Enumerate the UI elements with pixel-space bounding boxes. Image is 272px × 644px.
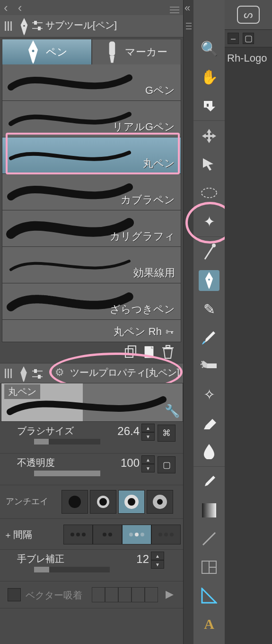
lock-icon: 🗝: [166, 327, 174, 337]
marker-icon: [105, 40, 119, 64]
text-icon[interactable]: A: [199, 614, 219, 635]
tab-marker[interactable]: マーカー: [92, 39, 182, 64]
opacity-value[interactable]: 100: [121, 456, 140, 470]
file-tab-label[interactable]: Rh-Logo: [227, 52, 267, 64]
vector-snap-options[interactable]: [92, 587, 158, 602]
tool-group-misc: A: [193, 467, 225, 644]
magnifier-icon[interactable]: 🔍: [199, 38, 219, 59]
rotate-icon[interactable]: [199, 95, 219, 116]
nib-icon: [19, 366, 28, 382]
opacity-stepper[interactable]: ▲▼: [141, 455, 155, 472]
back-icon[interactable]: ‹: [4, 0, 8, 15]
frame-icon[interactable]: [199, 557, 219, 578]
brush-size-slider[interactable]: [34, 439, 100, 444]
brush-stroke-preview: [6, 69, 134, 96]
brush-size-dynamics-button[interactable]: ⌘: [158, 425, 175, 442]
panel-toggle-icon[interactable]: [1, 366, 15, 381]
toolproperty-preview: 丸ペン 🔧: [1, 383, 183, 422]
brush-label: カリグラフィ: [110, 229, 175, 244]
balloon-icon[interactable]: [199, 642, 219, 644]
pen-nib-icon[interactable]: [199, 270, 219, 291]
spacing-option-1[interactable]: [93, 525, 122, 544]
spacing-option-0[interactable]: [63, 525, 93, 544]
brush-label: リアルGペン: [113, 120, 175, 134]
vector-snap-checkbox[interactable]: [8, 588, 21, 601]
brush-item-selected[interactable]: 丸ペン: [2, 137, 181, 174]
move-icon[interactable]: [199, 126, 219, 146]
wrench-icon[interactable]: 🔧: [165, 404, 180, 418]
slider-icon[interactable]: [31, 368, 44, 382]
new-subtool-icon[interactable]: [141, 344, 157, 359]
colorpick-icon[interactable]: [199, 472, 219, 492]
antialias-option-0[interactable]: [61, 490, 88, 514]
opacity-dynamics-button[interactable]: ▢: [158, 456, 175, 473]
brush-icon[interactable]: [199, 327, 219, 348]
collapse-bar[interactable]: «: [183, 0, 194, 644]
brush-item[interactable]: 効果線用: [2, 247, 181, 283]
delete-subtool-icon[interactable]: [160, 344, 175, 359]
brush-item[interactable]: リアルGペン: [2, 101, 181, 137]
panel-toggle-icon[interactable]: [1, 19, 15, 33]
collapse-icon[interactable]: «: [184, 2, 190, 14]
brush-item[interactable]: ざらつきペン: [2, 283, 181, 320]
svg-point-22: [201, 364, 202, 365]
svg-point-19: [208, 279, 210, 281]
brush-item[interactable]: カブラペン: [2, 174, 181, 210]
stabilize-stepper[interactable]: ▲▼: [151, 552, 164, 569]
brush-size-value[interactable]: 26.4: [117, 425, 140, 438]
svg-point-16: [202, 188, 217, 198]
svg-rect-20: [207, 363, 217, 368]
expand-arrow-icon[interactable]: ▶: [166, 588, 174, 600]
menu-icon[interactable]: [186, 19, 192, 29]
airbrush-icon[interactable]: [199, 355, 219, 376]
tab-label: マーカー: [125, 45, 167, 59]
gradient-icon[interactable]: [199, 500, 219, 521]
spacing-option-3[interactable]: [151, 525, 181, 544]
panel-menu-icon[interactable]: [170, 3, 181, 12]
brush-item[interactable]: Gペン: [2, 64, 181, 101]
decoration-icon[interactable]: ✧: [199, 384, 219, 405]
antialias-option-1[interactable]: [90, 490, 116, 514]
duplicate-subtool-icon[interactable]: [123, 344, 138, 359]
expand-icon[interactable]: ＋: [4, 529, 12, 541]
subtool-footer: [0, 341, 183, 363]
brush-size-stepper[interactable]: ▲▼: [141, 424, 155, 441]
operation-icon[interactable]: [199, 154, 219, 175]
prop-antialias: アンチエイ: [0, 485, 183, 519]
gear-icon[interactable]: ⚙: [55, 366, 64, 379]
line-icon[interactable]: [199, 528, 219, 549]
pencil-icon[interactable]: ✎: [199, 299, 219, 319]
stabilize-value[interactable]: 12: [136, 553, 149, 566]
opacity-slider[interactable]: [34, 471, 100, 476]
hand-icon[interactable]: ✋: [199, 66, 219, 87]
svg-point-18: [212, 244, 216, 247]
svg-point-5: [32, 50, 34, 52]
prop-stabilize: 手ブレ補正 12 ▲▼: [0, 550, 183, 581]
toolproperty-panel: ブラシサイズ 26.4 ▲▼ ⌘ 不透明度 100 ▲▼ ▢ アンチエイ 間隔 …: [0, 422, 183, 608]
antialias-option-2[interactable]: [118, 490, 145, 514]
stabilize-slider[interactable]: [34, 567, 110, 572]
spacing-option-2[interactable]: [122, 525, 151, 544]
app-logo[interactable]: ᔕ: [225, 0, 272, 30]
quickmask-icon[interactable]: [199, 242, 219, 263]
swirl-icon: ᔕ: [237, 6, 260, 24]
brush-item[interactable]: 丸ペン Rh 🗝: [2, 320, 181, 342]
marquee-icon[interactable]: [199, 182, 219, 203]
svg-rect-7: [125, 349, 133, 357]
prop-opacity: 不透明度 100 ▲▼ ▢: [0, 454, 183, 485]
ruler-icon[interactable]: [199, 585, 219, 606]
size-slider-icon[interactable]: [31, 20, 44, 31]
minimize-icon[interactable]: –: [228, 33, 239, 44]
eraser-icon[interactable]: [199, 412, 219, 433]
back-icon-2[interactable]: ‹: [18, 0, 22, 15]
blend-icon[interactable]: [199, 441, 219, 462]
brush-item[interactable]: カリグラフィ: [2, 210, 181, 247]
antialias-option-3[interactable]: [147, 490, 173, 514]
subtool-title: サブツール[ペン]: [45, 19, 117, 32]
tab-pen[interactable]: ペン: [2, 39, 92, 64]
prop-label: 手ブレ補正: [17, 553, 64, 565]
brush-stroke-preview: [6, 179, 134, 205]
maximize-icon[interactable]: ▢: [243, 33, 254, 44]
wand-icon[interactable]: ✦: [199, 211, 219, 232]
prop-label: ベクター吸着: [26, 589, 82, 602]
